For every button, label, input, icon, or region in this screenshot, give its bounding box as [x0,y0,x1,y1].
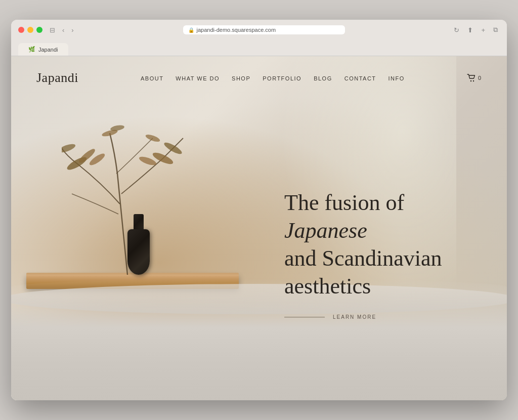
traffic-lights [18,27,42,33]
website-content: Japandi ABOUT WHAT WE DO SHOP PORTFOLIO … [11,56,507,400]
nav-link-about[interactable]: ABOUT [141,75,163,81]
hero-headline: The fusion of Japanese and Scandinaviana… [284,189,477,300]
nav-item-shop[interactable]: SHOP [232,73,250,82]
plant-branches [62,123,193,275]
url-bar[interactable]: 🔒 japandi-demo.squarespace.com [183,25,345,34]
nav-item-portfolio[interactable]: PORTFOLIO [263,73,301,82]
cta-line [284,317,325,317]
headline-part2: and Scandinavianaesthetics [284,246,442,299]
share-button[interactable]: ⬆ [465,25,475,35]
nav-link-what-we-do[interactable]: WHAT WE DO [176,75,220,81]
url-bar-container: 🔒 japandi-demo.squarespace.com [81,25,447,34]
minimize-button[interactable] [27,27,33,33]
browser-window: ⊟ ‹ › 🔒 japandi-demo.squarespace.com ↻ ⬆… [11,20,507,400]
site-navigation: Japandi ABOUT WHAT WE DO SHOP PORTFOLIO … [11,56,507,100]
svg-point-11 [473,80,474,81]
svg-point-5 [163,141,184,156]
nav-item-blog[interactable]: BLOG [314,73,332,82]
headline-italic: Japanese [284,218,367,243]
headline-part1: The fusion of [284,190,404,215]
svg-point-2 [62,142,76,154]
cart-icon [467,74,476,82]
nav-link-portfolio[interactable]: PORTFOLIO [263,75,301,81]
browser-chrome: ⊟ ‹ › 🔒 japandi-demo.squarespace.com ↻ ⬆… [11,20,507,56]
nav-item-what-we-do[interactable]: WHAT WE DO [176,73,220,82]
learn-more-cta[interactable]: LEARN MORE [284,314,477,320]
nav-links: ABOUT WHAT WE DO SHOP PORTFOLIO BLOG CON… [141,73,405,82]
nav-item-about[interactable]: ABOUT [141,73,163,82]
forward-button[interactable]: › [69,25,75,35]
cart-count: 0 [478,75,482,81]
sidebar-toggle-button[interactable]: ⊟ [48,25,57,35]
nav-item-contact[interactable]: CONTACT [344,73,376,82]
svg-point-10 [470,80,471,81]
nav-link-blog[interactable]: BLOG [314,75,332,81]
browser-actions: ↻ ⬆ + ⧉ [452,25,500,35]
url-text: japandi-demo.squarespace.com [197,27,276,33]
tab-title: Japandi [38,47,58,53]
hero-text: The fusion of Japanese and Scandinaviana… [284,189,477,320]
nav-link-contact[interactable]: CONTACT [344,75,376,81]
close-button[interactable] [18,27,24,33]
tabs-button[interactable]: ⧉ [491,25,500,35]
tab-favicon: 🌿 [28,46,35,53]
new-tab-button[interactable]: + [479,25,487,35]
tab-bar: 🌿 Japandi [18,40,500,56]
nav-item-info[interactable]: INFO [388,73,405,82]
active-tab[interactable]: 🌿 Japandi [18,43,68,56]
back-button[interactable]: ‹ [60,25,66,35]
nav-link-info[interactable]: INFO [388,75,405,81]
cart-button[interactable]: 0 [467,74,482,82]
maximize-button[interactable] [36,27,42,33]
svg-point-9 [145,133,161,143]
site-logo[interactable]: Japandi [36,70,78,86]
browser-controls: ⊟ ‹ › [48,25,76,35]
cta-label[interactable]: LEARN MORE [333,314,376,320]
nav-link-shop[interactable]: SHOP [232,75,250,81]
lock-icon: 🔒 [188,27,194,33]
reload-button[interactable]: ↻ [452,25,461,35]
